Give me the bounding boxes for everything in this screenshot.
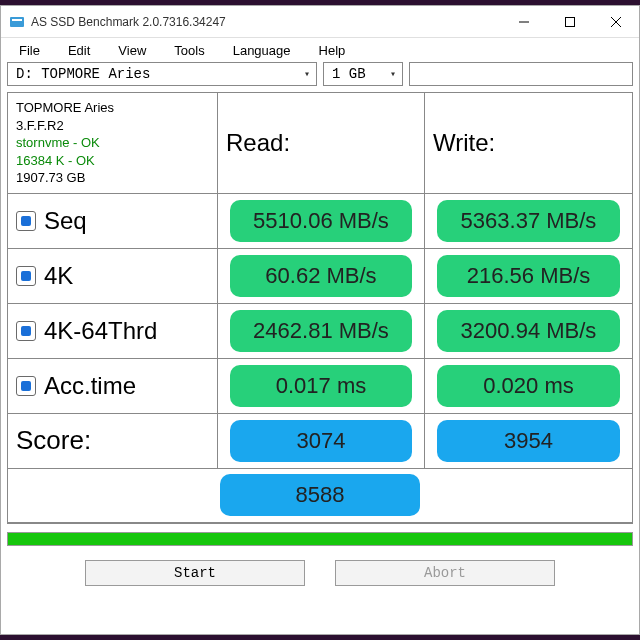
thrd-read-value: 2462.81 MB/s	[230, 310, 412, 352]
svg-rect-1	[12, 19, 22, 21]
row-4k: 4K	[8, 249, 218, 304]
info-model: TOPMORE Aries	[16, 99, 114, 117]
window-controls	[501, 6, 639, 38]
window-title: AS SSD Benchmark 2.0.7316.34247	[31, 15, 501, 29]
thrd-write-value: 3200.94 MB/s	[437, 310, 620, 352]
score-total-value: 8588	[220, 474, 420, 516]
row-acc: Acc.time	[8, 359, 218, 414]
drive-select[interactable]: D: TOPMORE Aries ▾	[7, 62, 317, 86]
fourk-write-cell: 216.56 MB/s	[425, 249, 632, 304]
seq-write-cell: 5363.37 MB/s	[425, 194, 632, 249]
svg-rect-2	[566, 17, 575, 26]
extra-field[interactable]	[409, 62, 633, 86]
row-seq: Seq	[8, 194, 218, 249]
menu-view[interactable]: View	[104, 41, 160, 60]
seq-read-cell: 5510.06 MB/s	[218, 194, 425, 249]
chevron-down-icon: ▾	[390, 68, 396, 80]
info-alignment: 16384 K - OK	[16, 152, 95, 170]
menu-edit[interactable]: Edit	[54, 41, 104, 60]
title-bar: AS SSD Benchmark 2.0.7316.34247	[1, 6, 639, 38]
maximize-button[interactable]	[547, 6, 593, 38]
selector-row: D: TOPMORE Aries ▾ 1 GB ▾	[1, 62, 639, 90]
score-read-value: 3074	[230, 420, 412, 462]
size-select-value: 1 GB	[332, 66, 366, 82]
row-4k64: 4K-64Thrd	[8, 304, 218, 359]
checkbox-seq[interactable]	[16, 211, 36, 231]
app-icon	[9, 14, 25, 30]
abort-button: Abort	[335, 560, 555, 586]
menu-bar: File Edit View Tools Language Help	[1, 38, 639, 62]
acc-write-value: 0.020 ms	[437, 365, 620, 407]
fourk-read-cell: 60.62 MB/s	[218, 249, 425, 304]
menu-help[interactable]: Help	[305, 41, 360, 60]
results-grid: TOPMORE Aries 3.F.F.R2 stornvme - OK 163…	[7, 92, 633, 524]
progress-area	[7, 532, 633, 546]
chevron-down-icon: ▾	[304, 68, 310, 80]
menu-file[interactable]: File	[5, 41, 54, 60]
thrd-write-cell: 3200.94 MB/s	[425, 304, 632, 359]
seq-read-value: 5510.06 MB/s	[230, 200, 412, 242]
label-seq: Seq	[44, 207, 87, 235]
svg-rect-0	[10, 17, 24, 27]
label-4k64: 4K-64Thrd	[44, 317, 157, 345]
acc-write-cell: 0.020 ms	[425, 359, 632, 414]
score-read-cell: 3074	[218, 414, 425, 469]
progress-bar	[7, 532, 633, 546]
score-total-row: 8588	[8, 469, 632, 523]
acc-read-cell: 0.017 ms	[218, 359, 425, 414]
seq-write-value: 5363.37 MB/s	[437, 200, 620, 242]
header-read: Read:	[218, 93, 425, 194]
thrd-read-cell: 2462.81 MB/s	[218, 304, 425, 359]
info-capacity: 1907.73 GB	[16, 169, 85, 187]
menu-tools[interactable]: Tools	[160, 41, 218, 60]
checkbox-4k[interactable]	[16, 266, 36, 286]
score-write-value: 3954	[437, 420, 620, 462]
info-driver: stornvme - OK	[16, 134, 100, 152]
checkbox-4k64[interactable]	[16, 321, 36, 341]
minimize-button[interactable]	[501, 6, 547, 38]
score-label: Score:	[8, 414, 218, 469]
app-window: AS SSD Benchmark 2.0.7316.34247 File Edi…	[0, 5, 640, 635]
size-select[interactable]: 1 GB ▾	[323, 62, 403, 86]
label-acc: Acc.time	[44, 372, 136, 400]
checkbox-acc[interactable]	[16, 376, 36, 396]
start-button[interactable]: Start	[85, 560, 305, 586]
fourk-read-value: 60.62 MB/s	[230, 255, 412, 297]
label-4k: 4K	[44, 262, 73, 290]
close-button[interactable]	[593, 6, 639, 38]
bottom-buttons: Start Abort	[1, 560, 639, 586]
acc-read-value: 0.017 ms	[230, 365, 412, 407]
header-write: Write:	[425, 93, 632, 194]
info-firmware: 3.F.F.R2	[16, 117, 64, 135]
drive-select-value: D: TOPMORE Aries	[16, 66, 150, 82]
progress-fill	[8, 533, 632, 545]
fourk-write-value: 216.56 MB/s	[437, 255, 620, 297]
score-write-cell: 3954	[425, 414, 632, 469]
drive-info: TOPMORE Aries 3.F.F.R2 stornvme - OK 163…	[8, 93, 218, 194]
menu-language[interactable]: Language	[219, 41, 305, 60]
